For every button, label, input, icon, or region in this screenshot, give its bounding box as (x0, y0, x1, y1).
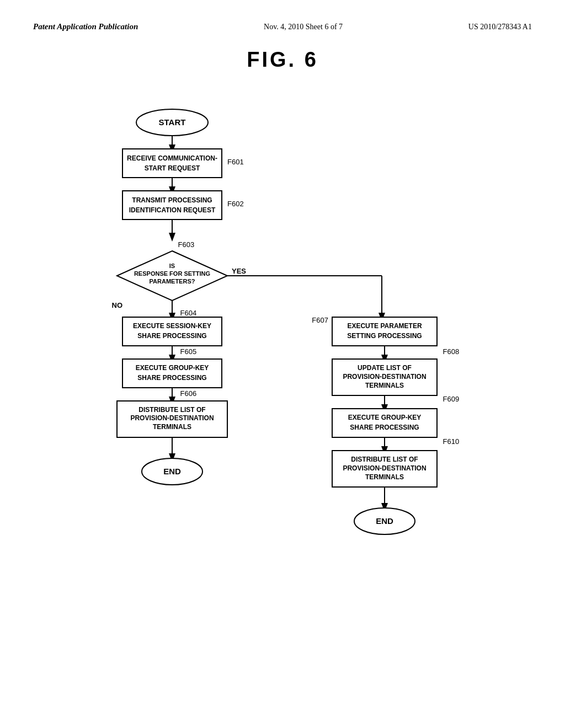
f610-text-line2: PROVISION-DESTINATION (343, 464, 426, 472)
f608-text-line2: PROVISION-DESTINATION (343, 373, 426, 381)
figure-title: FIG. 6 (33, 48, 532, 72)
flowchart-svg: START RECEIVE COMMUNICATION- START REQUE… (56, 99, 509, 695)
f603-text-is: IS (169, 263, 175, 269)
f609-text-line2: SHARE PROCESSING (350, 424, 419, 431)
svg-rect-23 (332, 409, 437, 437)
f603-text-response: RESPONSE FOR SETTING (134, 270, 210, 277)
yes-label: YES (232, 267, 246, 275)
f606-text-line3: TERMINALS (153, 423, 191, 431)
no-label: NO (112, 301, 123, 309)
f603-label: F603 (177, 240, 194, 249)
page: Patent Application Publication Nov. 4, 2… (0, 0, 565, 728)
f603-text-params: PARAMETERS? (150, 278, 195, 285)
header-publication: Patent Application Publication (33, 22, 138, 31)
f610-text-line3: TERMINALS (365, 473, 404, 481)
f604-text-line1: EXECUTE SESSION-KEY (133, 322, 211, 330)
header: Patent Application Publication Nov. 4, 2… (33, 22, 532, 31)
f610-label: F610 (441, 437, 459, 446)
f606-text-line2: PROVISION-DESTINATION (130, 414, 214, 422)
header-patent-number: US 2010/278343 A1 (468, 23, 532, 31)
svg-rect-14 (122, 359, 222, 388)
svg-rect-12 (122, 317, 222, 346)
end-right-label: END (376, 516, 393, 526)
f608-text-line3: TERMINALS (365, 382, 404, 389)
f609-label: F609 (441, 395, 459, 403)
f601-text-line1: RECEIVE COMMUNICATION- (127, 154, 217, 162)
f609-text-line1: EXECUTE GROUP-KEY (348, 414, 422, 421)
svg-rect-6 (122, 191, 222, 220)
f604-label: F604 (179, 309, 196, 317)
f608-label: F608 (441, 347, 459, 356)
start-label: START (159, 117, 186, 127)
f607-text-line1: EXECUTE PARAMETER (347, 322, 422, 330)
end-left-label: END (163, 467, 181, 476)
f601-label: F601 (227, 158, 244, 166)
f605-text-line2: SHARE PROCESSING (137, 374, 206, 382)
f605-label: F605 (179, 347, 196, 356)
f602-text-line2: IDENTIFICATION REQUEST (129, 206, 216, 214)
svg-rect-19 (332, 317, 437, 346)
f606-label: F606 (179, 389, 196, 398)
f602-text-line1: TRANSMIT PROCESSING (132, 196, 212, 204)
f606-text-line1: DISTRIBUTE LIST OF (138, 406, 205, 414)
header-date-sheet: Nov. 4, 2010 Sheet 6 of 7 (264, 23, 343, 31)
f610-text-line1: DISTRIBUTE LIST OF (351, 456, 418, 463)
f605-text-line1: EXECUTE GROUP-KEY (136, 364, 209, 372)
flowchart: START RECEIVE COMMUNICATION- START REQUE… (56, 99, 509, 695)
f602-label: F602 (227, 200, 244, 208)
f607-text-line2: SETTING PROCESSING (347, 332, 422, 340)
f604-text-line2: SHARE PROCESSING (137, 332, 206, 340)
svg-rect-4 (122, 149, 222, 178)
f608-text-line1: UPDATE LIST OF (358, 364, 412, 372)
f607-label: F607 (312, 316, 328, 324)
f601-text-line2: START REQUEST (145, 164, 200, 172)
